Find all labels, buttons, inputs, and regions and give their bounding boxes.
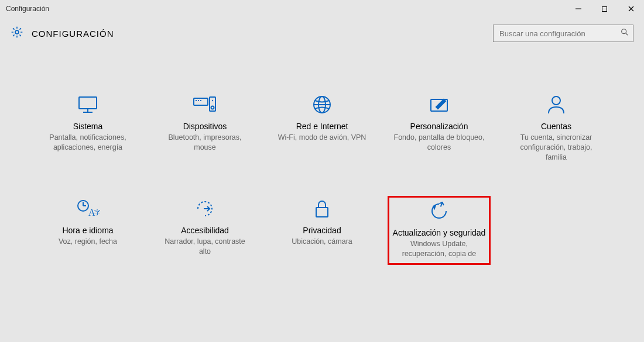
svg-rect-28 [316, 208, 328, 217]
tile-title: Accesibilidad [155, 226, 255, 235]
globe-icon [272, 94, 372, 116]
time-language-icon: A字 [38, 198, 138, 220]
tile-subtitle: Wi-Fi, modo de avión, VPN [272, 133, 372, 143]
paint-icon [389, 94, 489, 116]
tile-update-security[interactable]: Actualización y seguridad Windows Update… [389, 198, 489, 264]
search-container [493, 25, 633, 42]
svg-rect-7 [79, 97, 97, 109]
svg-text:字: 字 [94, 209, 100, 216]
svg-point-15 [211, 106, 214, 109]
tile-title: Cuentas [506, 122, 606, 131]
tile-devices[interactable]: Dispositivos Bluetooth, impresoras, mous… [155, 94, 255, 163]
tile-privacy[interactable]: Privacidad Ubicación, cámara [272, 198, 372, 264]
tile-subtitle: Ubicación, cámara [272, 237, 372, 247]
svg-rect-1 [602, 6, 607, 11]
tile-title: Hora e idioma [38, 226, 138, 235]
tile-subtitle: Narrador, lupa, contraste alto [155, 237, 255, 257]
svg-point-22 [552, 96, 560, 105]
page-title: CONFIGURACIÓN [32, 29, 114, 39]
minimize-button[interactable] [565, 0, 591, 18]
tile-title: Dispositivos [155, 122, 255, 131]
tile-accounts[interactable]: Cuentas Tu cuenta, sincronizar configura… [506, 94, 606, 163]
tile-subtitle: Bluetooth, impresoras, mouse [155, 133, 255, 153]
settings-grid: Sistema Pantalla, notificaciones, aplica… [0, 47, 644, 263]
tile-title: Sistema [38, 122, 138, 131]
titlebar: Configuración [0, 0, 644, 18]
tile-title: Personalización [389, 122, 489, 131]
gear-icon [11, 26, 23, 41]
tile-system[interactable]: Sistema Pantalla, notificaciones, aplica… [38, 94, 138, 163]
tile-personalization[interactable]: Personalización Fondo, pantalla de bloqu… [389, 94, 489, 163]
person-icon [506, 94, 606, 116]
tile-subtitle: Tu cuenta, sincronizar configuración, tr… [506, 133, 606, 163]
svg-point-4 [15, 30, 19, 34]
display-icon [38, 94, 138, 116]
maximize-button[interactable] [591, 0, 618, 18]
tile-accessibility[interactable]: Accesibilidad Narrador, lupa, contraste … [155, 198, 255, 264]
tile-title: Privacidad [272, 226, 372, 235]
tile-subtitle: Fondo, pantalla de bloqueo, colores [389, 133, 489, 153]
tile-title: Red e Internet [272, 122, 372, 131]
update-icon [389, 200, 489, 222]
tile-subtitle: Pantalla, notificaciones, aplicaciones, … [38, 133, 138, 153]
tile-title: Actualización y seguridad [389, 228, 489, 237]
tile-time-language[interactable]: A字 Hora e idioma Voz, región, fecha [38, 198, 138, 264]
header: CONFIGURACIÓN [0, 18, 644, 47]
header-left: CONFIGURACIÓN [11, 26, 114, 41]
tile-network[interactable]: Red e Internet Wi-Fi, modo de avión, VPN [272, 94, 372, 163]
tile-subtitle: Voz, región, fecha [38, 237, 138, 247]
close-button[interactable] [618, 0, 644, 18]
devices-icon [155, 94, 255, 116]
window-controls [565, 0, 644, 18]
window-title: Configuración [6, 5, 49, 13]
search-input[interactable] [493, 25, 633, 42]
lock-icon [272, 198, 372, 220]
svg-rect-10 [194, 98, 208, 105]
accessibility-icon [155, 198, 255, 220]
tile-subtitle: Windows Update, recuperación, copia de [389, 239, 489, 259]
svg-point-16 [212, 100, 213, 101]
